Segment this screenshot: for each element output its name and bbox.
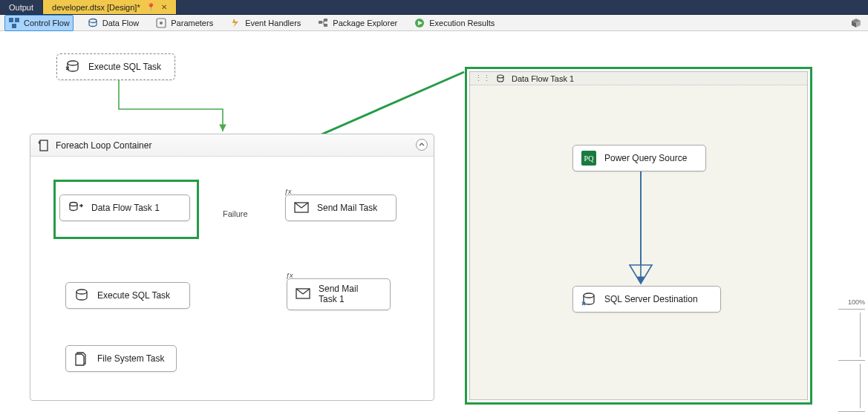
tab-output-label: Output [9,3,33,12]
tab-event-handlers[interactable]: Event Handlers [226,16,304,30]
connectors-right [470,72,807,399]
component-power-query-source[interactable]: PQ Power Query Source [572,145,706,171]
tab-designer-active[interactable]: developer.dtsx [Design]* 📍 ✕ [43,0,177,14]
task-label: File System Task [97,353,164,364]
sql-task-icon [74,287,90,304]
zoom-percent: 100% [838,298,865,306]
power-query-icon: PQ [581,150,597,166]
svg-point-3 [89,19,97,22]
data-flow-label: Data Flow [102,19,140,27]
package-icon[interactable] [850,17,862,29]
task-label: Data Flow Task 1 [91,203,160,213]
svg-rect-1 [15,18,19,22]
document-tabstrip: Output developer.dtsx [Design]* 📍 ✕ [0,0,868,15]
task-file-system[interactable]: File System Task [65,345,177,372]
container-title: Foreach Loop Container [56,140,151,151]
parameters-icon [155,17,167,29]
svg-rect-8 [324,24,327,27]
detail-panel-header: ⋮⋮ Data Flow Task 1 [470,72,807,85]
zoom-track[interactable] [838,364,861,408]
task-execute-sql-top[interactable]: Execute SQL Task [56,53,175,80]
sql-destination-icon [581,291,597,307]
package-explorer-label: Package Explorer [333,19,397,27]
control-flow-icon [8,17,20,29]
zoom-slider[interactable]: 100% [838,298,865,412]
sql-task-icon [65,59,81,75]
task-label: Execute SQL Task [97,290,170,301]
parameters-label: Parameters [171,19,213,27]
component-sql-server-destination[interactable]: SQL Server Destination [572,286,721,313]
container-header: Foreach Loop Container [30,134,434,157]
svg-rect-6 [319,21,322,24]
pin-icon[interactable]: 📍 [146,3,155,11]
zoom-tick [838,309,865,310]
tab-package-explorer[interactable]: Package Explorer [314,16,400,30]
mail-icon [295,286,311,302]
task-data-flow-1[interactable]: Data Flow Task 1 [59,194,190,221]
svg-rect-7 [324,19,327,22]
svg-rect-2 [12,24,16,28]
event-handlers-label: Event Handlers [245,19,301,27]
execution-results-label: Execution Results [429,19,495,27]
svg-point-15 [76,290,87,294]
task-label: Send Mail Task [317,203,377,213]
zoom-tick [838,360,865,361]
mail-icon [293,200,310,216]
event-handlers-icon [229,17,241,29]
fx-badge: ƒx [286,272,293,279]
component-label: Power Query Source [604,153,687,163]
task-label: Execute SQL Task [88,62,161,72]
svg-rect-0 [9,18,13,22]
svg-point-5 [160,22,163,24]
file-system-icon [74,350,90,367]
tab-execution-results[interactable]: Execution Results [411,16,497,30]
task-send-mail[interactable]: ƒx Send Mail Task [285,194,397,221]
data-flow-icon [87,17,99,29]
svg-point-20 [584,293,594,298]
detail-panel-title: Data Flow Task 1 [512,74,574,83]
svg-text:PQ: PQ [584,154,595,163]
tab-output[interactable]: Output [0,0,43,14]
control-flow-label: Control Flow [24,19,70,27]
zoom-track[interactable] [838,313,861,357]
close-icon[interactable]: ✕ [161,3,167,11]
task-label: Send Mail Task 1 [319,284,358,305]
svg-point-11 [68,61,78,65]
tab-designer-label: developer.dtsx [Design]* [52,3,140,12]
component-label: SQL Server Destination [604,294,698,304]
fx-badge: ƒx [284,188,292,195]
collapse-toggle[interactable] [416,139,428,151]
task-execute-sql-inner[interactable]: Execute SQL Task [65,282,190,309]
tab-parameters[interactable]: Parameters [152,16,216,30]
data-flow-task-icon [495,73,507,85]
play-icon [414,17,425,29]
design-canvas[interactable]: Execute SQL Task Foreach Loop Container … [0,31,868,412]
data-flow-detail-panel[interactable]: ⋮⋮ Data Flow Task 1 PQ Power Query Sourc… [469,71,808,400]
package-explorer-icon [317,17,329,29]
designer-toolbar: Control Flow Data Flow Parameters Event … [0,15,868,31]
foreach-icon [38,140,50,151]
tab-control-flow[interactable]: Control Flow [4,15,74,31]
data-flow-task-icon [68,200,84,216]
svg-rect-12 [40,140,48,151]
svg-point-17 [497,75,503,78]
tab-data-flow[interactable]: Data Flow [84,16,143,30]
task-send-mail-1[interactable]: ƒx Send Mail Task 1 [287,278,391,310]
grip-icon: ⋮⋮ [474,73,491,83]
svg-point-13 [70,203,77,206]
connector-label-failure: Failure [223,209,248,218]
